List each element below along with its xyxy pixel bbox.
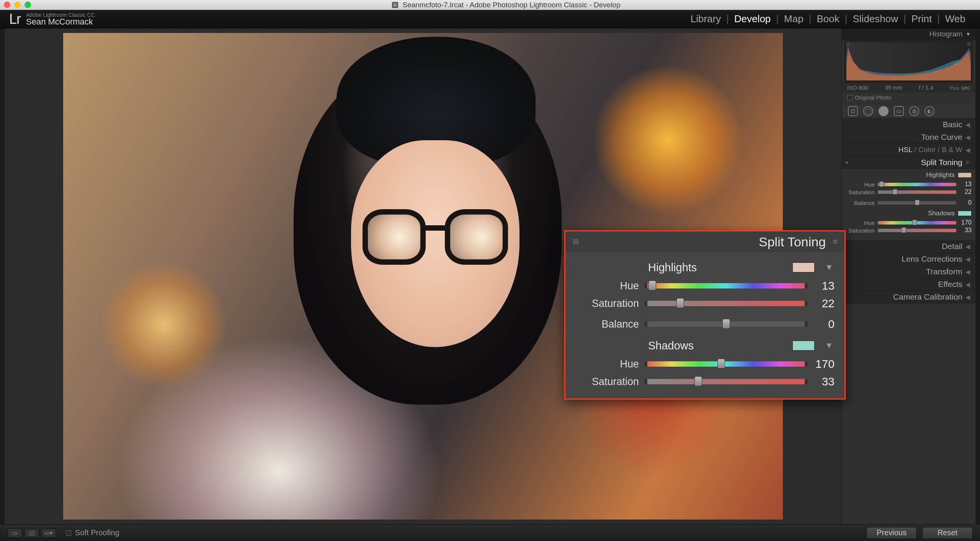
app-header: Lr Adobe Lightroom Classic CC Sean McCor… (0, 10, 980, 28)
checkbox-icon[interactable] (66, 530, 71, 536)
balance-value[interactable]: 0 (808, 318, 835, 331)
close-window-icon[interactable] (4, 2, 10, 8)
balance-slider-small[interactable] (878, 201, 956, 205)
split-toning-panel-body: Highlights Hue 13 Saturation 22 (842, 169, 975, 240)
chevron-left-icon: ◀ (965, 121, 972, 128)
histogram-plot[interactable] (844, 40, 973, 83)
dropdown-icon[interactable]: ▼ (824, 341, 835, 351)
shadows-hue-value-small[interactable]: 170 (959, 219, 972, 226)
lightroom-logo-icon: Lr (9, 11, 21, 27)
shadows-sat-value-small[interactable]: 33 (959, 227, 972, 234)
chevron-left-icon: ◀ (965, 256, 972, 263)
right-panel-group: Histogram ▼ ISO 800 35 mm (841, 28, 975, 524)
effects-panel-header[interactable]: Effects ◀ (842, 278, 975, 291)
toolbar-footer: ▭ ▯▯ ▭▾ Soft Proofing Previous Reset (0, 524, 980, 541)
highlights-sat-slider-small[interactable] (878, 190, 956, 194)
transform-panel-header[interactable]: Transform ◀ (842, 266, 975, 278)
module-slideshow[interactable]: Slideshow (847, 13, 903, 25)
exif-aperture: f / 1.4 (919, 84, 933, 91)
module-web[interactable]: Web (940, 13, 971, 25)
shadows-color-swatch[interactable] (792, 341, 815, 351)
highlights-hue-slider-small[interactable] (878, 183, 956, 186)
basic-panel-header[interactable]: Basic ◀ (842, 118, 975, 131)
highlights-hue-value[interactable]: 13 (808, 279, 835, 292)
balance-value-small[interactable]: 0 (959, 199, 972, 206)
module-library[interactable]: Library (685, 13, 726, 25)
window-titlebar: Seanmcfoto-7.lrcat - Adobe Photoshop Lig… (0, 0, 980, 10)
checkbox-icon[interactable] (847, 95, 853, 100)
shadows-section-label-small: Shadows (928, 210, 955, 217)
highlights-sat-value-small[interactable]: 22 (959, 189, 972, 195)
chevron-left-icon: ◀ (965, 281, 972, 288)
histogram-header[interactable]: Histogram ▼ (842, 28, 975, 40)
before-after-lr-button[interactable]: ▯▯ (24, 528, 39, 538)
panel-menu-icon[interactable]: ≡ (833, 237, 838, 247)
tone-curve-panel-header[interactable]: Tone Curve ◀ (842, 131, 975, 144)
soft-proofing-toggle[interactable]: Soft Proofing (66, 528, 119, 537)
spot-tool-icon[interactable]: ◯ (863, 106, 873, 116)
highlights-hue-slider[interactable] (644, 283, 808, 289)
reset-button[interactable]: Reset (923, 527, 972, 539)
saturation-label: Saturation (575, 376, 639, 388)
balance-slider[interactable] (644, 321, 808, 327)
svg-rect-6 (846, 42, 849, 45)
shadows-hue-slider-small[interactable] (878, 221, 956, 225)
svg-rect-1 (393, 3, 397, 7)
minimize-window-icon[interactable] (14, 2, 21, 8)
image-canvas[interactable]: Split Toning ≡ Highlights ▼ Hue (5, 28, 841, 524)
before-after-tb-button[interactable]: ▭▾ (41, 528, 56, 538)
traffic-lights (4, 2, 31, 8)
tool-strip: ⊡ ◯ ● ▭ ◍ ◐ (842, 104, 975, 118)
module-develop[interactable]: Develop (729, 13, 776, 25)
dropdown-icon[interactable]: ▼ (824, 262, 835, 272)
exif-iso: ISO 800 (847, 84, 868, 91)
camera-calibration-panel-header[interactable]: Camera Calibration ◀ (842, 291, 975, 303)
loupe-view-button[interactable]: ▭ (8, 528, 22, 538)
lens-corrections-panel-header[interactable]: Lens Corrections ◀ (842, 253, 975, 266)
shadows-sat-value[interactable]: 33 (808, 375, 835, 388)
detail-panel-header[interactable]: Detail ◀ (842, 240, 975, 253)
shadows-sat-slider-small[interactable] (878, 229, 956, 232)
highlights-color-swatch-small[interactable] (958, 172, 972, 178)
left-panel-collapsed[interactable] (0, 28, 5, 524)
hsl-panel-header[interactable]: HSL / Color / B & W ◀ (842, 144, 975, 156)
shadows-sat-slider[interactable] (644, 379, 808, 384)
hue-label: Hue (575, 280, 639, 292)
highlights-color-swatch[interactable] (792, 262, 815, 272)
highlights-hue-value-small[interactable]: 13 (959, 181, 972, 188)
identity-plate[interactable]: Lr Adobe Lightroom Classic CC Sean McCor… (9, 11, 95, 27)
highlights-section-label: Highlights (648, 261, 697, 274)
crop-tool-icon[interactable]: ⊡ (848, 106, 858, 116)
brush-tool-icon[interactable]: ◐ (924, 106, 934, 116)
highlights-sat-slider[interactable] (644, 301, 808, 306)
radial-tool-icon[interactable]: ◍ (909, 106, 919, 116)
previous-button[interactable]: Previous (867, 527, 916, 539)
original-photo-toggle[interactable]: Original Photo (842, 93, 975, 104)
split-toning-panel-header[interactable]: ▪ Split Toning ≡ (842, 156, 975, 169)
module-print[interactable]: Print (906, 13, 937, 25)
shadows-color-swatch-small[interactable] (958, 211, 972, 216)
redeye-tool-icon[interactable]: ● (879, 106, 889, 116)
gradient-tool-icon[interactable]: ▭ (894, 106, 904, 116)
window-title: Seanmcfoto-7.lrcat - Adobe Photoshop Lig… (36, 1, 976, 9)
shadows-hue-slider[interactable] (644, 361, 808, 367)
highlights-section-label-small: Highlights (926, 171, 955, 179)
panel-switch-icon[interactable] (572, 238, 579, 245)
saturation-label: Saturation (575, 298, 639, 310)
zoom-window-icon[interactable] (24, 2, 31, 8)
module-picker: Library| Develop| Map| Book| Slideshow| … (685, 13, 971, 25)
panel-menu-icon[interactable]: ≡ (965, 159, 972, 166)
exif-shutter: ¹⁄₁₂₅ sec (950, 84, 970, 91)
triangle-down-icon: ▼ (965, 31, 971, 37)
module-map[interactable]: Map (779, 13, 809, 25)
chevron-left-icon: ◀ (965, 293, 972, 301)
chevron-left-icon: ◀ (965, 146, 972, 154)
shadows-section-label: Shadows (648, 339, 694, 352)
highlights-sat-value[interactable]: 22 (808, 297, 835, 310)
shadows-hue-value[interactable]: 170 (808, 357, 835, 371)
histogram-exif: ISO 800 35 mm f / 1.4 ¹⁄₁₂₅ sec (842, 83, 975, 93)
view-mode-buttons: ▭ ▯▯ ▭▾ (8, 528, 56, 538)
chevron-left-icon: ◀ (965, 268, 972, 275)
right-rail-edge[interactable] (975, 28, 980, 524)
module-book[interactable]: Book (811, 13, 844, 25)
